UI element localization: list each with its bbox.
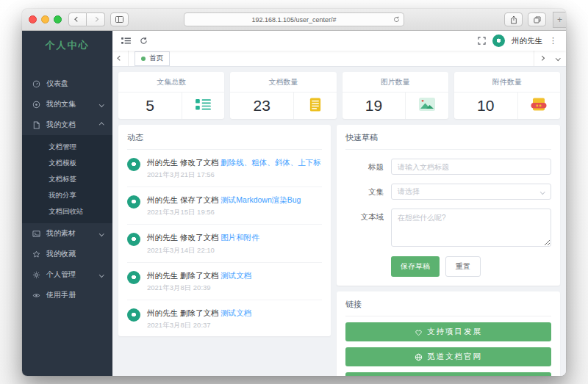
sidebar-item-assets[interactable]: 我的素材: [22, 223, 112, 244]
stat-value: 19: [343, 93, 406, 119]
sidebar-subitem-doc-tags[interactable]: 文档标签: [22, 171, 112, 187]
sidebar-item-manual[interactable]: 使用手册: [22, 285, 112, 305]
share-button[interactable]: [504, 12, 523, 26]
more-menu-icon[interactable]: ⋮: [549, 37, 557, 45]
link-button-label: 支持项目发展: [427, 327, 482, 337]
chevron-down-icon: [540, 189, 545, 194]
document-icon: [309, 98, 321, 115]
active-tab-dot: [141, 57, 146, 61]
sidebar-subitem-label: 文档模板: [49, 159, 76, 168]
tags-scroll-left[interactable]: [112, 51, 129, 66]
draft-title-input[interactable]: [391, 159, 551, 175]
refresh-icon[interactable]: [140, 37, 148, 45]
sidebar-item-label: 我的收藏: [46, 249, 76, 259]
stat-title: 附件数量: [454, 72, 560, 93]
tags-menu-dropdown[interactable]: [550, 51, 566, 66]
profile-gear-icon: [32, 270, 40, 279]
activity-action: 修改了文档: [180, 158, 219, 167]
traffic-lights: [29, 15, 62, 23]
chevron-down-icon: [99, 272, 104, 277]
dashboard-icon: [32, 79, 40, 88]
activity-doc-link[interactable]: 删除线、粗体、斜体、上下标: [220, 158, 321, 167]
activity-action: 保存了文档: [180, 195, 219, 204]
sidebar-item-documents[interactable]: 我的文档: [22, 115, 112, 135]
sidebar-title: 个人中心: [22, 31, 112, 60]
select-placeholder: 请选择: [398, 186, 420, 197]
dashboard-content: 文集总数 5 文档数量 23 图片数量: [112, 67, 566, 376]
reset-button[interactable]: 重置: [445, 256, 481, 277]
sidebar-subitem-doc-manage[interactable]: 文档管理: [22, 139, 112, 155]
sidebar-subitem-label: 我的分享: [49, 191, 76, 200]
activity-action: 删除了文档: [180, 308, 219, 317]
minimize-button[interactable]: [41, 15, 49, 23]
links-title: 链接: [345, 299, 551, 316]
stat-title: 文档数量: [230, 72, 336, 93]
draft-textarea[interactable]: [391, 209, 551, 247]
activity-item: 州的先生 修改了文档 图片和附件 2021年3月14日 22:10: [127, 225, 322, 262]
tab-home[interactable]: 首页: [135, 51, 170, 66]
sidebar-subitem-doc-recycle[interactable]: 文档回收站: [22, 203, 112, 220]
new-tab-button[interactable]: +: [553, 12, 566, 28]
fullscreen-icon[interactable]: [478, 37, 486, 45]
activity-doc-link[interactable]: 图片和附件: [220, 233, 259, 242]
sidebar-submenu-documents: 文档管理 文档模板 文档标签 我的分享 文档回收站: [22, 135, 112, 223]
activity-doc-link[interactable]: 测试Markdown渲染Bug: [220, 195, 301, 204]
activity-doc-link[interactable]: 测试文档: [220, 308, 251, 317]
save-draft-button[interactable]: 保存草稿: [391, 256, 440, 277]
forward-button[interactable]: [87, 12, 105, 26]
reload-icon[interactable]: [393, 16, 400, 23]
sidebar-subitem-doc-template[interactable]: 文档模板: [22, 155, 112, 171]
chevron-down-icon: [99, 102, 104, 106]
sidebar-item-dashboard[interactable]: 仪表盘: [22, 73, 112, 94]
address-bar[interactable]: 192.168.1.105/user_center/#: [184, 12, 404, 26]
activity-user: 州的先生: [147, 158, 178, 167]
back-button[interactable]: [68, 12, 87, 26]
main-area: 州的先生 ⋮ 首页 文集总数 5: [112, 31, 566, 376]
browser-toolbar: 192.168.1.105/user_center/# +: [22, 9, 566, 31]
sidebar-item-favorites[interactable]: 我的收藏: [22, 244, 112, 264]
tags-scroll-right[interactable]: [534, 51, 550, 66]
assets-icon: [32, 229, 40, 238]
sidebar-item-collections[interactable]: 我的文集: [22, 94, 112, 115]
activity-date: 2021年3月8日 20:37: [147, 321, 251, 330]
support-project-button[interactable]: 支持项目发展: [345, 322, 551, 341]
stat-value: 5: [118, 93, 182, 119]
zoom-button[interactable]: [54, 15, 62, 23]
stat-card-collections: 文集总数 5: [118, 72, 224, 119]
stat-value: 10: [454, 93, 518, 119]
share-icon: [510, 15, 517, 24]
sidebar-item-profile[interactable]: 个人管理: [22, 264, 112, 285]
activity-avatar: [127, 195, 140, 209]
sidebar-subitem-my-shares[interactable]: 我的分享: [22, 187, 112, 203]
collections-icon: [32, 100, 40, 109]
activity-item: 州的先生 删除了文档 测试文档 2021年3月8日 20:37: [127, 300, 322, 336]
draft-collection-select[interactable]: 请选择: [391, 184, 551, 200]
close-button[interactable]: [29, 15, 37, 23]
sidebar-toggle-button[interactable]: [110, 12, 129, 26]
sidebar-item-label: 个人管理: [46, 269, 76, 280]
chevron-up-icon: [99, 123, 104, 127]
username[interactable]: 州的先生: [512, 36, 542, 46]
browser-window: 192.168.1.105/user_center/# + 个人中心 仪表盘: [22, 9, 566, 376]
menu-fold-icon[interactable]: [121, 37, 131, 45]
sidebar: 个人中心 仪表盘 我的文集 我的文档 文档管理 文档模板 文档标签 我的分享: [22, 31, 112, 376]
activity-user: 州的先生: [147, 195, 178, 204]
manual-link-button[interactable]: 使用手册: [345, 372, 551, 376]
tags-bar: 首页: [112, 51, 566, 67]
link-button-label: 觅道文档官网: [427, 352, 482, 362]
activity-avatar: [127, 233, 140, 246]
activity-title: 动态: [127, 132, 322, 150]
activity-date: 2021年3月15日 19:56: [147, 208, 301, 217]
activity-action: 修改了文档: [180, 233, 219, 242]
url-text: 192.168.1.105/user_center/#: [251, 16, 336, 23]
activity-doc-link[interactable]: 测试文档: [220, 271, 251, 280]
app-header: 州的先生 ⋮: [112, 31, 566, 51]
activity-panel: 动态 州的先生 修改了文档 删除线、粗体、斜体、上下标 2021年3月21日 1…: [118, 125, 331, 336]
official-site-button[interactable]: 觅道文档官网: [345, 347, 551, 366]
tab-overview-button[interactable]: [528, 12, 546, 26]
user-avatar[interactable]: [492, 35, 505, 47]
attachment-icon: [531, 98, 547, 114]
sidebar-item-label: 我的文集: [46, 99, 76, 109]
links-panel: 链接 支持项目发展 觅道文档官网 使用手册: [337, 291, 560, 376]
activity-date: 2021年3月21日 17:56: [147, 170, 321, 180]
